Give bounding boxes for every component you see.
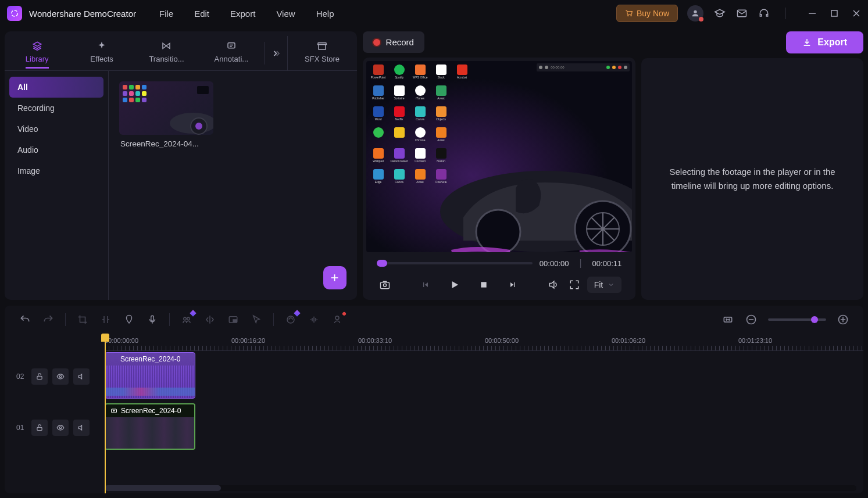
- svg-point-22: [187, 317, 190, 320]
- sidebar-item-image[interactable]: Image: [9, 160, 103, 181]
- buy-now-button[interactable]: Buy Now: [616, 5, 678, 22]
- tab-transitions[interactable]: Transitio...: [134, 36, 199, 70]
- track-mute-button[interactable]: [73, 420, 90, 436]
- graduation-icon[interactable]: [714, 8, 726, 19]
- track-visibility-button[interactable]: [52, 368, 69, 385]
- svg-point-34: [59, 375, 62, 378]
- svg-rect-24: [233, 320, 236, 322]
- svg-rect-17: [380, 282, 389, 289]
- store-icon: [317, 41, 327, 51]
- play-button[interactable]: [446, 277, 463, 293]
- split-button[interactable]: [99, 313, 112, 326]
- app-title: Wondershare DemoCreator: [29, 9, 136, 19]
- annotation-icon: [226, 41, 237, 51]
- zoom-in-button[interactable]: [837, 313, 849, 326]
- preview-video[interactable]: 00:00:00 PowerPoint Spotify WPS Office S…: [366, 61, 633, 252]
- snapshot-button[interactable]: [377, 277, 393, 293]
- video-clip[interactable]: ScreenRec_2024-0: [105, 403, 195, 450]
- track-visibility-button[interactable]: [52, 420, 69, 436]
- media-label: ScreenRec_2024-04...: [119, 139, 213, 148]
- pip-button[interactable]: [227, 313, 240, 326]
- track-number: 01: [16, 424, 27, 432]
- timeline-toolbar: [5, 306, 863, 334]
- fit-timeline-button[interactable]: [721, 313, 734, 326]
- fullscreen-button[interactable]: [566, 277, 583, 293]
- maximize-button[interactable]: [830, 9, 839, 18]
- redo-button[interactable]: [42, 313, 55, 326]
- close-button[interactable]: [852, 9, 861, 18]
- tab-effects[interactable]: Effects: [69, 36, 134, 70]
- total-time: 00:00:11: [592, 259, 622, 268]
- marker-button[interactable]: [123, 313, 135, 326]
- minimize-button[interactable]: [808, 9, 817, 18]
- sparkle-icon: [97, 41, 107, 51]
- add-media-button[interactable]: +: [323, 266, 347, 289]
- mirror-button[interactable]: [203, 313, 216, 326]
- tab-library[interactable]: Library: [5, 36, 69, 70]
- zoom-slider[interactable]: [768, 318, 826, 321]
- menu-export[interactable]: Export: [230, 9, 255, 19]
- inspector-panel: Selecting the footage in the player or i…: [641, 58, 863, 300]
- preview-panel: Record 00:00:00 PowerPoint Spotify WPS O…: [363, 31, 636, 300]
- layers-icon: [32, 41, 42, 51]
- record-button[interactable]: Record: [363, 31, 424, 53]
- volume-button[interactable]: [545, 277, 562, 293]
- track-number: 02: [16, 372, 27, 381]
- svg-point-1: [694, 10, 696, 13]
- next-frame-button[interactable]: [505, 277, 521, 293]
- track-mute-button[interactable]: [73, 368, 90, 385]
- svg-rect-35: [37, 427, 42, 430]
- titlebar: Wondershare DemoCreator File Edit Export…: [0, 0, 868, 27]
- audio-edit-button[interactable]: [308, 313, 320, 326]
- crop-button[interactable]: [76, 313, 89, 326]
- track-lock-button[interactable]: [31, 420, 48, 436]
- zoom-out-button[interactable]: [745, 313, 758, 326]
- svg-rect-4: [831, 10, 837, 16]
- tabs-more-button[interactable]: [264, 42, 287, 65]
- library-panel: Library Effects Transitio... Annotati...…: [5, 31, 357, 300]
- svg-point-16: [476, 210, 520, 252]
- playhead[interactable]: [105, 334, 106, 493]
- svg-point-25: [287, 316, 294, 323]
- menu-help[interactable]: Help: [316, 9, 334, 19]
- tab-annotations[interactable]: Annotati...: [199, 36, 263, 70]
- track-row: 01 ScreenRec_2024-0: [5, 402, 863, 453]
- denoise-button[interactable]: [284, 313, 297, 326]
- cursor-button[interactable]: [250, 313, 263, 326]
- fit-dropdown[interactable]: Fit: [587, 277, 622, 293]
- stop-button[interactable]: [476, 277, 492, 293]
- cart-icon: [625, 9, 633, 17]
- account-icon[interactable]: [687, 5, 703, 22]
- menu-file[interactable]: File: [159, 9, 173, 19]
- mail-icon[interactable]: [736, 8, 748, 19]
- group-button[interactable]: [180, 313, 193, 326]
- ai-voice-button[interactable]: [331, 313, 344, 326]
- sidebar-item-video[interactable]: Video: [9, 119, 103, 139]
- media-item[interactable]: ScreenRec_2024-04...: [119, 81, 213, 148]
- tab-sfx-store[interactable]: SFX Store: [287, 36, 357, 70]
- timeline-ruler[interactable]: 00:00:00:00 00:00:16:20 00:00:33:10 00:0…: [105, 334, 863, 351]
- svg-point-26: [335, 316, 339, 320]
- menu-edit[interactable]: Edit: [194, 9, 209, 19]
- app-logo: [7, 6, 22, 21]
- menu-view[interactable]: View: [276, 9, 295, 19]
- headset-icon[interactable]: [758, 8, 770, 19]
- audio-clip[interactable]: ScreenRec_2024-0: [105, 352, 195, 399]
- library-sidebar: All Recording Video Audio Image: [5, 71, 108, 300]
- playback-slider[interactable]: [377, 262, 533, 264]
- prev-frame-button[interactable]: [417, 277, 434, 293]
- undo-button[interactable]: [19, 313, 31, 326]
- svg-rect-33: [37, 376, 42, 379]
- record-icon: [373, 39, 380, 46]
- export-button[interactable]: Export: [786, 31, 863, 53]
- svg-point-36: [59, 427, 62, 429]
- timeline[interactable]: 00:00:00:00 00:00:16:20 00:00:33:10 00:0…: [5, 334, 863, 493]
- sidebar-item-recording[interactable]: Recording: [9, 98, 103, 119]
- timeline-scrollbar[interactable]: [105, 485, 856, 491]
- export-icon: [802, 38, 812, 47]
- menubar: File Edit Export View Help: [159, 9, 334, 19]
- sidebar-item-all[interactable]: All: [9, 77, 103, 98]
- voiceover-button[interactable]: [146, 313, 159, 326]
- sidebar-item-audio[interactable]: Audio: [9, 139, 103, 160]
- track-lock-button[interactable]: [31, 368, 48, 385]
